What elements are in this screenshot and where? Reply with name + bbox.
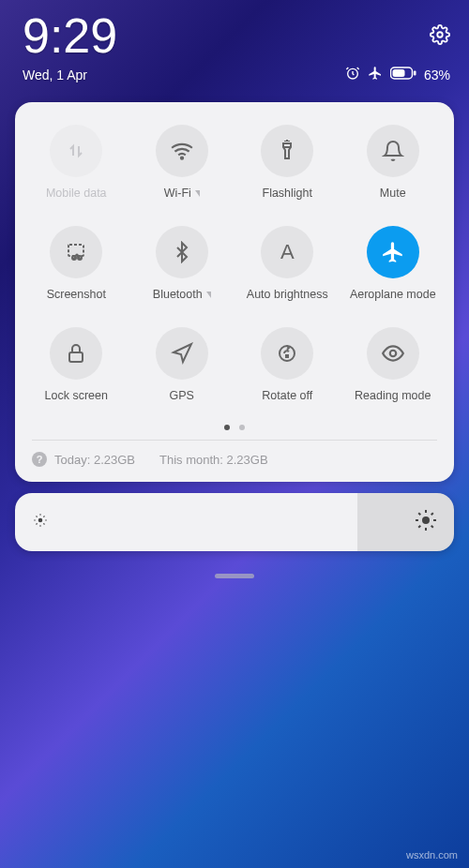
brightness-high-icon [415, 509, 437, 535]
watermark: wsxdn.com [406, 849, 458, 861]
battery-icon [390, 67, 416, 82]
tile-label: Screenshot [47, 288, 106, 301]
bluetooth-icon [156, 226, 208, 278]
tile-screenshot[interactable]: Screenshot [26, 226, 127, 301]
flashlight-icon [261, 125, 313, 177]
battery-text: 63% [424, 67, 450, 82]
tile-label: Reading mode [355, 389, 431, 402]
svg-line-20 [43, 516, 44, 517]
data-month: This month: 2.23GB [159, 453, 268, 467]
svg-rect-3 [392, 69, 404, 77]
tile-label: Aeroplane mode [350, 288, 436, 301]
mute-icon [367, 125, 419, 177]
brightness-slider[interactable] [15, 493, 454, 551]
tile-wifi[interactable]: Wi-Fi [132, 125, 233, 200]
tile-label: Mobile data [46, 187, 107, 200]
expand-icon[interactable] [195, 190, 200, 197]
tile-gps[interactable]: GPS [132, 327, 233, 402]
svg-point-0 [437, 32, 443, 37]
tile-lock-screen[interactable]: Lock screen [26, 327, 127, 402]
svg-line-19 [37, 523, 38, 524]
svg-line-18 [43, 523, 44, 524]
brightness-track [357, 493, 454, 551]
airplane-icon [367, 226, 419, 278]
settings-gear-icon[interactable] [430, 24, 450, 49]
tile-flashlight[interactable]: Flashlight [237, 125, 338, 200]
svg-rect-9 [69, 352, 83, 362]
tile-label: Flashlight [263, 187, 313, 200]
tile-label: Wi-Fi [164, 187, 191, 200]
gps-icon [156, 327, 208, 380]
tile-reading-mode[interactable]: Reading mode [343, 327, 444, 402]
screenshot-icon [50, 226, 102, 278]
info-icon: ? [32, 452, 47, 467]
tile-mobile-data[interactable]: Mobile data [26, 125, 127, 200]
expand-icon[interactable] [206, 292, 211, 298]
svg-line-29 [431, 513, 433, 515]
svg-line-27 [431, 526, 433, 528]
svg-line-17 [37, 516, 38, 517]
tile-rotate-off[interactable]: Rotate off [237, 327, 338, 402]
date-display: Wed, 1 Apr [23, 67, 87, 82]
tile-label: Mute [380, 187, 406, 200]
tile-label: Auto brightness [247, 288, 328, 301]
svg-point-11 [390, 351, 397, 357]
data-today: Today: 2.23GB [54, 453, 135, 467]
tile-aeroplane-mode[interactable]: Aeroplane mode [343, 226, 444, 301]
data-usage-row[interactable]: ? Today: 2.23GB This month: 2.23GB [26, 450, 443, 469]
lock-icon [50, 327, 102, 380]
page-indicator [26, 425, 443, 430]
divider [32, 440, 437, 441]
tile-mute[interactable]: Mute [343, 125, 444, 200]
status-icons: 63% [345, 66, 450, 83]
svg-point-21 [422, 516, 430, 524]
svg-point-10 [280, 346, 295, 361]
drag-handle[interactable] [215, 574, 254, 578]
tile-label: GPS [170, 389, 194, 402]
tile-label: Rotate off [262, 389, 312, 402]
time-display: 9:29 [23, 11, 117, 60]
svg-point-5 [181, 157, 183, 159]
tile-label: Lock screen [45, 389, 108, 402]
alarm-icon [345, 66, 360, 83]
quick-settings-panel: Mobile data Wi-Fi Flashlight Mute Screen… [15, 102, 454, 482]
tile-label: Bluetooth [153, 288, 203, 301]
svg-point-12 [38, 518, 43, 523]
airplane-status-icon [368, 66, 383, 83]
brightness-low-icon [32, 512, 49, 532]
wifi-icon [156, 125, 208, 177]
auto-brightness-icon: A [261, 226, 313, 278]
reading-mode-icon [367, 327, 419, 380]
svg-rect-4 [414, 71, 416, 76]
rotate-icon [261, 327, 313, 380]
svg-line-26 [418, 513, 420, 515]
tile-auto-brightness[interactable]: A Auto brightness [237, 226, 338, 301]
svg-line-28 [418, 526, 420, 528]
tile-bluetooth[interactable]: Bluetooth [132, 226, 233, 301]
mobile-data-icon [50, 125, 102, 177]
